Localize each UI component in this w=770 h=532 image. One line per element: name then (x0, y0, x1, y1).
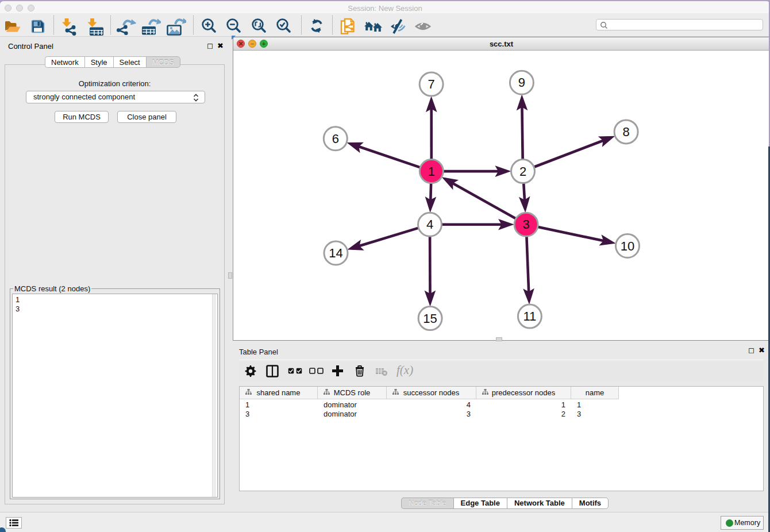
svg-text:4: 4 (426, 217, 433, 232)
svg-text:9: 9 (518, 75, 525, 90)
svg-text:14: 14 (329, 246, 342, 260)
svg-text:10: 10 (621, 239, 634, 253)
svg-text:1: 1 (428, 164, 435, 179)
svg-text:8: 8 (622, 125, 629, 139)
svg-text:6: 6 (332, 132, 339, 146)
svg-text:15: 15 (423, 311, 437, 326)
svg-text:2: 2 (519, 164, 526, 179)
svg-text:7: 7 (428, 77, 434, 91)
svg-text:3: 3 (522, 217, 529, 232)
svg-text:11: 11 (523, 309, 536, 323)
